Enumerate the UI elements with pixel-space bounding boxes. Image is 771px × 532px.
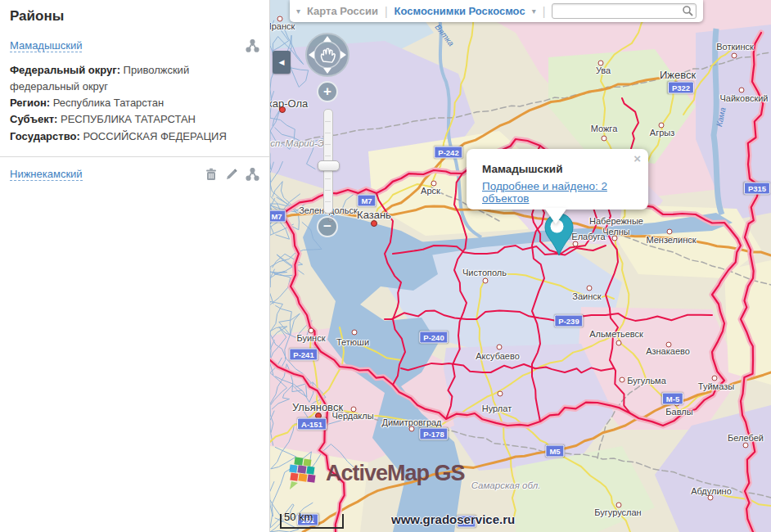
zoom-slider-handle[interactable] — [318, 160, 340, 171]
trash-icon[interactable] — [205, 168, 218, 181]
city-dot — [498, 391, 503, 397]
road-badge: Р-241 — [289, 349, 318, 361]
map-base-layer — [270, 0, 771, 532]
detail-value: РОССИЙСКАЯ ФЕДЕРАЦИЯ — [83, 130, 226, 142]
city-dot — [743, 443, 749, 449]
city-dot — [708, 495, 714, 501]
city-dot — [739, 88, 745, 93]
city-dot — [612, 236, 618, 241]
detail-label: Субъект: — [10, 113, 57, 125]
sidebar-collapse-button[interactable]: ◀ — [273, 51, 291, 74]
detail-label: Федеральный округ: — [10, 64, 120, 76]
city-dot — [616, 340, 622, 346]
popup-title: Мамадышский — [482, 163, 648, 175]
district-link-nizhnekamsky[interactable]: Нижнекамский — [10, 168, 83, 181]
separator: | — [385, 5, 388, 18]
city-dot — [371, 220, 377, 227]
detail-label: Государство: — [10, 130, 80, 142]
city-dot — [431, 181, 437, 187]
map-popup: × Мамадышский Подробнее и найдено: 2 объ… — [467, 149, 648, 210]
city-dot — [351, 407, 357, 413]
city-dot — [598, 61, 604, 66]
district-row-mamadyshsky: Мамадышский — [10, 39, 259, 52]
road-badge: А-151 — [297, 418, 327, 431]
city-dot — [309, 328, 314, 334]
separator: | — [543, 5, 546, 18]
scale-bar: 50 km — [280, 511, 344, 529]
sidebar-panel: Районы Мамадышский Федеральный округ: Пр… — [0, 0, 270, 532]
detail-row: Государство: РОССИЙСКАЯ ФЕДЕРАЦИЯ — [10, 128, 259, 145]
popup-details-link[interactable]: Подробнее и найдено: 2 объектов — [482, 180, 648, 205]
map-canvas[interactable]: ЯранскВоткинскУваИжевскЧайковскийЙошкар-… — [270, 0, 771, 532]
road-badge: М7 — [270, 210, 286, 223]
search-input[interactable] — [552, 3, 697, 19]
road-badge: Р-178 — [419, 428, 448, 440]
city-dot — [659, 123, 665, 128]
layer-toolbar: ▾ Карта России | Космоснимки Роскосмос ▾… — [290, 0, 703, 22]
city-dot — [712, 376, 718, 381]
district-link-mamadyshsky[interactable]: Мамадышский — [10, 39, 82, 52]
share-icon[interactable] — [246, 39, 259, 52]
city-dot — [667, 229, 673, 235]
divider — [0, 156, 269, 157]
layer-tab-satellite[interactable]: Космоснимки Роскосмос — [395, 5, 525, 17]
collapse-arrow-icon: ◀ — [279, 58, 285, 66]
road-badge: М-5 — [662, 393, 683, 405]
search-icon[interactable] — [682, 5, 694, 17]
city-dot — [616, 503, 622, 508]
road-badge: М5 — [545, 445, 564, 458]
edit-pencil-icon[interactable] — [225, 168, 238, 181]
detail-label: Регион: — [10, 97, 50, 109]
detail-row: Регион: Республика Татарстан — [10, 95, 259, 111]
chevron-down-icon[interactable]: ▾ — [532, 7, 536, 16]
detail-row: Субъект: РЕСПУБЛИКА ТАТАРСТАН — [10, 111, 259, 128]
activemap-app: Районы Мамадышский Федеральный округ: Пр… — [0, 0, 771, 532]
zoom-in-button[interactable]: + — [317, 81, 338, 102]
city-dot — [666, 342, 672, 348]
chevron-down-icon[interactable]: ▾ — [296, 7, 300, 16]
pan-control[interactable] — [304, 32, 350, 78]
attribution-url[interactable]: www.gradoservice.ru — [391, 512, 515, 526]
city-dot — [277, 16, 283, 22]
detail-row: Федеральный округ: Приволжский федеральн… — [10, 62, 259, 95]
zoom-out-button[interactable]: − — [317, 216, 338, 237]
page-title: Районы — [10, 8, 269, 25]
detail-value: Республика Татарстан — [53, 97, 164, 109]
city-dot — [352, 330, 358, 336]
district-details: Федеральный округ: Приволжский федеральн… — [10, 62, 259, 145]
city-dot — [409, 426, 415, 432]
district-row-nizhnekamsky: Нижнекамский — [10, 168, 259, 181]
minus-icon: − — [323, 219, 331, 234]
city-dot — [602, 136, 607, 142]
city-dot — [497, 345, 503, 350]
city-dot — [587, 286, 593, 291]
road-badge: М7 — [357, 195, 376, 207]
popup-tail — [544, 208, 567, 224]
layer-tab-base[interactable]: Карта России — [307, 5, 378, 17]
city-dot — [732, 53, 737, 59]
scale-label: 50 km — [284, 511, 313, 523]
city-dot — [483, 278, 489, 284]
road-badge: Р-240 — [419, 331, 448, 344]
city-dot — [620, 377, 625, 383]
road-badge: Р315 — [744, 183, 770, 195]
road-badge: Р322 — [668, 82, 694, 94]
road-badge: Р-242 — [434, 147, 462, 159]
share-icon[interactable] — [246, 168, 259, 181]
city-dot — [279, 106, 286, 113]
plus-icon: + — [323, 83, 331, 99]
popup-close-icon[interactable]: × — [633, 152, 641, 165]
detail-value: РЕСПУБЛИКА ТАТАРСТАН — [61, 113, 196, 125]
road-badge: Р-239 — [554, 315, 583, 327]
zoom-slider-track[interactable] — [323, 109, 333, 214]
